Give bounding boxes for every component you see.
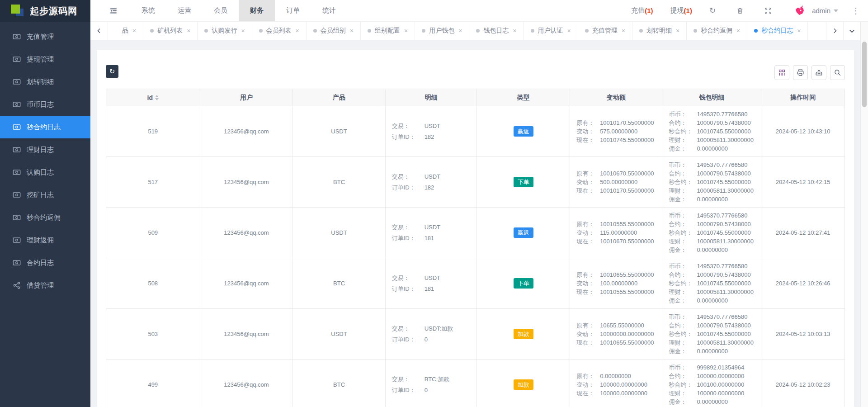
brand-logo-icon: [11, 4, 24, 18]
kv-label: 原有：: [576, 118, 600, 127]
tab-组别配置[interactable]: 组别配置 ×: [361, 22, 415, 40]
scrollbar-thumb[interactable]: [862, 42, 867, 107]
cell-id: 509: [106, 208, 200, 258]
tabs-scroll-right-button[interactable]: [826, 22, 843, 40]
topnav-item-统计[interactable]: 统计: [311, 0, 347, 21]
close-icon[interactable]: ×: [350, 27, 354, 34]
cell-type: 赢返: [477, 208, 570, 258]
topnav-item-系统[interactable]: 系统: [130, 0, 166, 21]
table-refresh-button[interactable]: ↻: [106, 65, 118, 78]
sidebar-item-借贷管理[interactable]: 借贷管理: [0, 274, 90, 297]
topnav-item-财务[interactable]: 财务: [239, 0, 275, 21]
kv-value: 0: [425, 385, 428, 396]
withdraw-badge: (1): [684, 7, 692, 14]
cell-detail: 交易：USDT 订单ID：181: [385, 208, 477, 258]
tab-认购发行[interactable]: 认购发行 ×: [198, 22, 252, 40]
print-icon[interactable]: [793, 65, 808, 80]
menu-fold-icon[interactable]: [109, 7, 118, 15]
sidebar-item-充值管理[interactable]: 充值管理: [0, 25, 90, 48]
close-icon[interactable]: ×: [797, 27, 801, 34]
banknote-icon: [13, 191, 21, 199]
sidebar-item-币币日志[interactable]: 币币日志: [0, 93, 90, 116]
kv-line: 订单ID：0: [392, 334, 477, 345]
close-icon[interactable]: ×: [458, 27, 462, 34]
kv-value: USDT: [425, 121, 440, 132]
tab-用户钱包[interactable]: 用户钱包 ×: [415, 22, 469, 40]
page-scrollbar[interactable]: [860, 22, 868, 407]
status-badge: 赢返: [514, 227, 533, 238]
kv-value: 10000790.57438000: [697, 270, 750, 279]
columns-icon[interactable]: [774, 65, 789, 80]
brand-logo[interactable]: 起步源码网: [0, 0, 90, 22]
sidebar-item-理财返佣[interactable]: 理财返佣: [0, 229, 90, 251]
topnav-item-会员[interactable]: 会员: [203, 0, 239, 21]
kebab-menu-icon[interactable]: ⋮: [852, 6, 860, 16]
close-icon[interactable]: ×: [736, 27, 740, 34]
tab-会员列表[interactable]: 会员列表 ×: [252, 22, 307, 40]
tab-充值管理[interactable]: 充值管理 ×: [578, 22, 632, 40]
kv-value: 1495370.77766580: [697, 161, 747, 169]
tab-品[interactable]: 品 ×: [108, 22, 143, 40]
refresh-icon[interactable]: ↻: [709, 7, 716, 14]
close-icon[interactable]: ×: [132, 27, 136, 34]
sidebar-item-认购日志[interactable]: 认购日志: [0, 161, 90, 184]
close-icon[interactable]: ×: [513, 27, 516, 34]
topnav-item-订单[interactable]: 订单: [275, 0, 311, 21]
close-icon[interactable]: ×: [622, 27, 625, 34]
topnav-item-label: 订单: [286, 6, 300, 15]
close-icon[interactable]: ×: [187, 27, 190, 34]
kv-value: 10000790.57438000: [697, 118, 750, 127]
sidebar-item-秒合约返佣[interactable]: 秒合约返佣: [0, 206, 90, 229]
sidebar-menu: 充值管理 提现管理 划转明细 币币日志 秒合约日志 理财日志: [0, 22, 90, 297]
kv-label: 佣金：: [669, 296, 697, 305]
username[interactable]: admin: [812, 7, 830, 14]
close-icon[interactable]: ×: [241, 27, 245, 34]
sidebar-item-秒合约日志[interactable]: 秒合约日志: [0, 116, 90, 138]
banknote-icon: [13, 100, 21, 109]
sidebar-item-提现管理[interactable]: 提现管理: [0, 48, 90, 71]
tab-钱包日志[interactable]: 钱包日志 ×: [469, 22, 524, 40]
close-icon[interactable]: ×: [676, 27, 679, 34]
column-header-id[interactable]: id: [106, 89, 200, 106]
tabs-scroll-left-button[interactable]: [90, 22, 108, 40]
cell-user: 123456@qq.com: [200, 106, 293, 157]
tab-划转明细[interactable]: 划转明细 ×: [632, 22, 687, 40]
sidebar-item-挖矿日志[interactable]: 挖矿日志: [0, 184, 90, 206]
sidebar-item-label: 提现管理: [27, 55, 54, 64]
trash-icon[interactable]: [736, 7, 744, 14]
unicorn-avatar[interactable]: [793, 4, 806, 18]
kv-value: 100005811.30000000: [697, 186, 754, 195]
search-icon[interactable]: [830, 65, 845, 80]
kv-line: 变动：100.00000000: [576, 279, 662, 288]
tab-秒合约日志[interactable]: 秒合约日志 ×: [747, 22, 808, 40]
kv-line: 合约：10000790.57438000: [669, 220, 761, 228]
fullscreen-icon[interactable]: [764, 7, 772, 14]
withdraw-link[interactable]: 提现(1): [670, 6, 692, 15]
topnav-item-运营[interactable]: 运营: [166, 0, 203, 21]
sort-icon[interactable]: [155, 95, 159, 100]
sidebar-item-label: 秒合约日志: [27, 123, 61, 132]
sidebar-item-合约日志[interactable]: 合约日志: [0, 251, 90, 274]
export-icon[interactable]: [811, 65, 826, 80]
tab-秒合约返佣[interactable]: 秒合约返佣 ×: [687, 22, 747, 40]
close-icon[interactable]: ×: [296, 27, 299, 34]
sidebar-item-label: 充值管理: [27, 33, 54, 41]
kv-line: 合约：10000790.57438000: [669, 321, 761, 330]
recharge-link[interactable]: 充值(1): [631, 6, 653, 15]
tabs-menu-button[interactable]: [843, 22, 860, 40]
status-badge: 加款: [514, 379, 533, 390]
kv-label: 订单ID：: [392, 284, 425, 294]
cell-time: 2024-05-12 10:02:23: [761, 360, 845, 407]
sidebar-item-划转明细[interactable]: 划转明细: [0, 71, 90, 93]
tab-矿机列表[interactable]: 矿机列表 ×: [143, 22, 198, 40]
topnav: 系统运营会员财务订单统计: [130, 0, 347, 21]
kv-label: 变动：: [576, 228, 600, 237]
tab-会员组别[interactable]: 会员组别 ×: [307, 22, 361, 40]
sidebar-item-理财日志[interactable]: 理财日志: [0, 138, 90, 161]
kv-line: 秒合约：10010745.55000000: [669, 178, 761, 186]
close-icon[interactable]: ×: [404, 27, 408, 34]
close-icon[interactable]: ×: [567, 27, 571, 34]
topnav-item-label: 统计: [322, 6, 336, 15]
tab-status-dot-icon: [476, 29, 480, 33]
tab-用户认证[interactable]: 用户认证 ×: [524, 22, 578, 40]
